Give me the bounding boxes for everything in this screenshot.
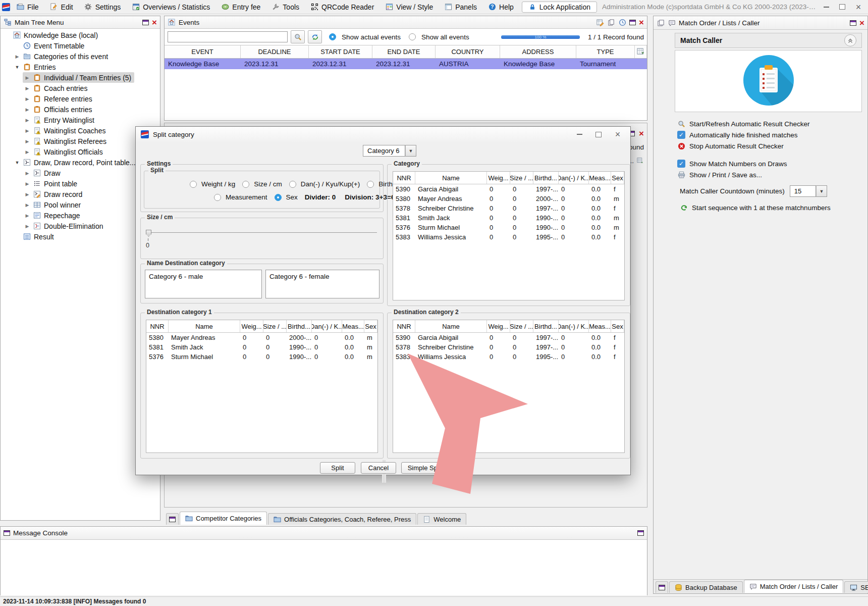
tree-item-individual-team-entries-5[interactable]: ▶ Individual / Team Entries (5) — [23, 72, 134, 83]
column-header-birthd[interactable]: Birthd... — [533, 172, 559, 184]
restore-panel-icon[interactable] — [142, 20, 149, 25]
tab-competitor-categories[interactable]: Competitor Categories — [180, 512, 267, 525]
chevron-down-icon[interactable] — [405, 145, 416, 157]
table-row[interactable]: 5378Schreiber Christine001997-...00.0f — [393, 342, 624, 352]
tab-strip-menu[interactable] — [656, 581, 668, 593]
column-header-nnr[interactable]: NNR — [146, 320, 169, 332]
expander-right-icon[interactable]: ▶ — [14, 54, 21, 59]
close-icon[interactable] — [610, 128, 625, 141]
tree-item-waitinglist-officials[interactable]: ▶ Waitinglist Officials — [23, 146, 106, 157]
collapse-chevron-icon[interactable] — [844, 34, 856, 46]
column-header-dan-k[interactable]: Dan(-) / K... — [559, 172, 589, 184]
column-header-address[interactable]: ADDRESS — [500, 45, 576, 58]
expander-right-icon[interactable]: ▶ — [24, 224, 31, 229]
destination-name-1-input[interactable]: Category 6 - male — [145, 270, 262, 298]
start-sequence-item[interactable]: Start sequence with 1 at these matchnumb… — [675, 202, 862, 213]
destination-1-table[interactable]: NNRNameWeig...Size / ...Birthd...Dan(-) … — [146, 320, 378, 453]
menu-item-edit[interactable]: Edit — [45, 2, 78, 12]
radio-measurement[interactable] — [214, 194, 221, 201]
tab-officials-categories-coach-referee-press[interactable]: Officials Categories, Coach, Referee, Pr… — [268, 513, 416, 525]
table-row[interactable]: 5390Garcia Abigail001997-...00.0f — [393, 333, 624, 342]
close-panel-icon[interactable] — [639, 129, 644, 138]
simple-split-button[interactable]: Simple Split — [401, 462, 449, 474]
expander-right-icon[interactable]: ▶ — [24, 96, 31, 102]
chevron-down-icon[interactable] — [816, 185, 827, 197]
minimize-icon[interactable] — [572, 128, 587, 141]
column-header-nnr[interactable]: NNR — [393, 320, 415, 332]
table-options-icon[interactable] — [636, 157, 644, 165]
column-header-dan-k[interactable]: Dan(-) / K... — [559, 320, 589, 332]
tree-item-waitinglist-referees[interactable]: ▶ Waitinglist Referees — [23, 136, 110, 146]
expander-right-icon[interactable]: ▶ — [24, 171, 31, 176]
expander-right-icon[interactable]: ▶ — [24, 192, 31, 197]
column-header-sex[interactable]: Sex — [611, 172, 624, 184]
menu-item-tools[interactable]: Tools — [266, 2, 304, 12]
action-start-refresh-automatic-result-checker[interactable]: Start/Refresh Automatic Result Checker — [675, 118, 862, 129]
restore-panel-icon[interactable] — [637, 530, 644, 536]
maximize-icon[interactable] — [591, 128, 606, 141]
table-row[interactable]: 5378Schreiber Christine001997-...00.0f — [393, 204, 624, 213]
column-header-country[interactable]: COUNTRY — [436, 45, 500, 58]
expander-right-icon[interactable]: ▶ — [24, 213, 31, 218]
radio-dan-kyu-kup[interactable] — [289, 181, 296, 188]
tree-item-pool-winner[interactable]: ▶ Pool winner — [23, 199, 84, 210]
show-all-events-radio[interactable] — [409, 33, 416, 40]
checkbox-checked-icon[interactable] — [677, 131, 685, 139]
split-button[interactable]: Split — [320, 462, 355, 474]
menu-item-settings[interactable]: Settings — [79, 2, 126, 12]
table-row[interactable]: 5380Mayer Andreas002000-...00.0m — [146, 333, 377, 342]
column-header-nnr[interactable]: NNR — [393, 172, 415, 184]
copy-icon[interactable] — [607, 18, 615, 26]
column-header-type[interactable]: TYPE — [576, 45, 635, 58]
minimize-icon[interactable] — [819, 1, 834, 13]
column-header-deadline[interactable]: DEADLINE — [241, 45, 309, 58]
column-header-meas[interactable]: Meas... — [342, 320, 364, 332]
column-header-meas[interactable]: Meas... — [589, 172, 611, 184]
tree-item-draw[interactable]: ▶ Draw — [23, 168, 64, 178]
expander-down-icon[interactable]: ▼ — [14, 160, 21, 165]
search-button[interactable] — [291, 30, 305, 43]
radio-size-cm[interactable] — [242, 181, 249, 188]
expander-right-icon[interactable]: ▶ — [24, 149, 31, 155]
column-header-size[interactable]: Size / ... — [510, 172, 533, 184]
tree-item-referee-entries[interactable]: ▶ Referee entries — [23, 93, 95, 104]
dialog-title-bar[interactable]: Split category — [136, 127, 630, 142]
column-header-birthd[interactable]: Birthd... — [533, 320, 559, 332]
table-row[interactable]: 5383Williams Jessica001995-...00.0f — [393, 232, 624, 242]
restore-panel-icon[interactable] — [629, 20, 636, 25]
column-header-name[interactable]: Name — [169, 320, 240, 332]
tab-match-order-lists-caller[interactable]: Match Order / Lists / Caller — [744, 580, 844, 593]
cancel-button[interactable]: Cancel — [361, 462, 396, 474]
table-row[interactable]: 5376Sturm Michael001990-...00.0m — [393, 223, 624, 232]
message-console-body[interactable] — [1, 540, 647, 595]
table-row[interactable]: 5376Sturm Michael001990-...00.0m — [146, 352, 377, 362]
table-row[interactable]: 5381Smith Jack001990-...00.0m — [393, 213, 624, 223]
column-header-meas[interactable]: Meas... — [589, 320, 611, 332]
size-slider[interactable] — [146, 232, 377, 233]
tab-strip-menu[interactable] — [166, 513, 179, 525]
countdown-select[interactable]: 15 — [790, 185, 827, 197]
tree-item-point-table[interactable]: ▶ Point table — [23, 178, 80, 189]
table-row[interactable]: 5390Garcia Abigail001997-...00.0f — [393, 184, 624, 194]
events-search-input[interactable] — [168, 31, 288, 42]
column-header-name[interactable]: Name — [415, 172, 487, 184]
lock-application-button[interactable]: Lock Application — [522, 2, 597, 13]
column-header-name[interactable]: Name — [415, 320, 487, 332]
tree-item-entry-waitinglist[interactable]: ▶ Entry Waitinglist — [23, 115, 97, 125]
close-icon[interactable] — [851, 1, 866, 13]
edit-table-icon[interactable] — [596, 18, 604, 26]
close-panel-icon[interactable] — [152, 18, 157, 27]
radio-sex[interactable] — [275, 194, 282, 201]
tree-item-entries[interactable]: ▼ Entries — [13, 62, 59, 72]
expander-right-icon[interactable]: ▶ — [24, 203, 31, 208]
tree-item-coach-entries[interactable]: ▶ Coach entries — [23, 83, 90, 93]
refresh-button[interactable] — [308, 30, 322, 43]
action-show-match-numbers-on-draws[interactable]: Show Match Numbers on Draws — [675, 158, 862, 169]
menu-item-help[interactable]: ? Help — [483, 2, 519, 12]
action-stop-automatic-result-checker[interactable]: Stop Automatic Result Checker — [675, 140, 862, 152]
expander-right-icon[interactable]: ▶ — [24, 107, 31, 112]
column-header-sex[interactable]: Sex — [364, 320, 377, 332]
menu-item-entry-fee[interactable]: Entry fee — [216, 2, 265, 12]
expander-right-icon[interactable]: ▶ — [24, 139, 31, 144]
expander-right-icon[interactable]: ▶ — [24, 118, 31, 123]
